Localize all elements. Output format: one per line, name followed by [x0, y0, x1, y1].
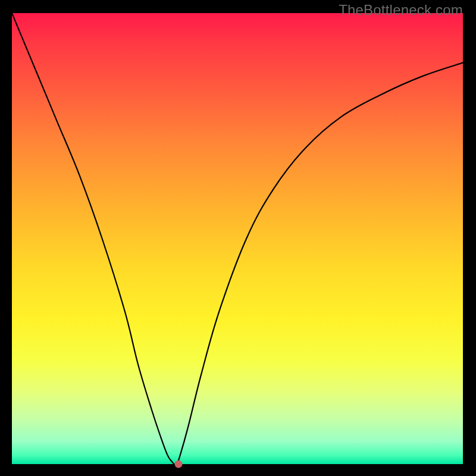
- chart-frame: TheBottleneck.com: [0, 0, 476, 476]
- watermark-label: TheBottleneck.com: [339, 2, 463, 18]
- minimum-marker: [175, 461, 183, 468]
- plot-area: [12, 13, 463, 464]
- bottleneck-curve: [12, 13, 463, 464]
